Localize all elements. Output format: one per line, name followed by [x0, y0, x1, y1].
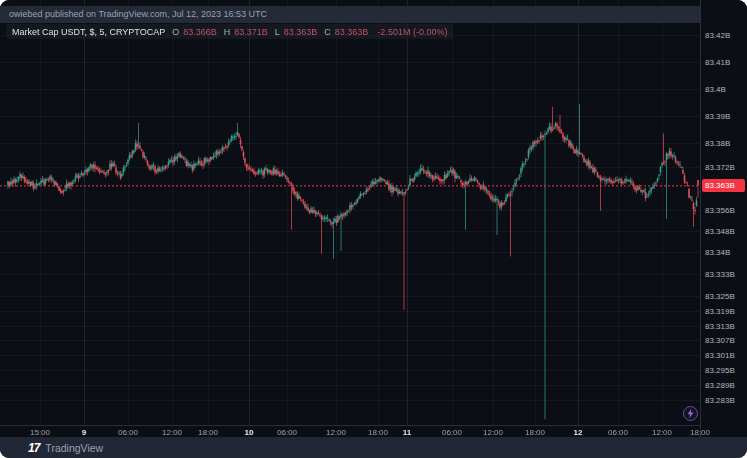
time-tick-label: 06:00 [277, 428, 297, 437]
time-tick-label: 11 [403, 428, 411, 437]
symbol-title[interactable]: Market Cap USDT, $, 5, CRYPTOCAP [12, 27, 165, 37]
price-axis[interactable]: 83.363B 83.42B83.41B83.4B83.39B83.38B83.… [700, 0, 747, 437]
time-tick-label: 06:00 [608, 428, 628, 437]
open-label: O [172, 27, 179, 37]
price-tick-label: 83.372B [705, 163, 735, 172]
price-tick-label: 83.4B [705, 85, 726, 94]
lightning-icon [687, 409, 694, 418]
boost-button[interactable] [683, 406, 698, 421]
time-tick-label: 18:00 [690, 428, 710, 437]
time-axis[interactable]: 15:00906:0012:0018:001006:0012:0018:0011… [0, 425, 700, 437]
high-label: H [224, 27, 231, 37]
open-value: 83.366B [183, 27, 217, 37]
price-tick-label: 83.295B [705, 366, 735, 375]
tradingview-brand-link[interactable]: TradingView [45, 442, 103, 454]
candlestick-chart-canvas[interactable] [0, 0, 700, 425]
time-tick-label: 10 [245, 428, 254, 437]
low-value: 83.363B [284, 27, 318, 37]
high-value: 83.371B [234, 27, 268, 37]
price-tick-label: 83.41B [705, 58, 730, 67]
price-tick-label: 83.283B [705, 396, 735, 405]
attribution-text: owiebed published on TradingView.com, Ju… [9, 9, 267, 19]
price-tick-label: 83.307B [705, 336, 735, 345]
time-tick-label: 12:00 [652, 428, 672, 437]
price-tick-label: 83.319B [705, 307, 735, 316]
chart-pane[interactable]: Market Cap USDT, $, 5, CRYPTOCAP O 83.36… [0, 0, 700, 425]
time-tick-label: 18:00 [525, 428, 545, 437]
price-tick-label: 83.39B [705, 112, 730, 121]
price-tick-label: 83.313B [705, 322, 735, 331]
tradingview-logo-icon[interactable]: 17 [28, 441, 39, 455]
time-tick-label: 06:00 [118, 428, 138, 437]
chart-legend[interactable]: Market Cap USDT, $, 5, CRYPTOCAP O 83.36… [6, 24, 453, 39]
price-tick-label: 83.289B [705, 381, 735, 390]
time-tick-label: 18:00 [368, 428, 388, 437]
time-tick-label: 12 [574, 428, 583, 437]
price-tick-label: 83.356B [705, 206, 735, 215]
time-tick-label: 12:00 [162, 428, 182, 437]
price-tick-label: 83.325B [705, 292, 735, 301]
change-value: -2.501M (-0.00%) [377, 27, 447, 37]
tradingview-snapshot-card: Market Cap USDT, $, 5, CRYPTOCAP O 83.36… [0, 0, 747, 458]
time-tick-label: 18:00 [198, 428, 218, 437]
close-label: C [324, 27, 331, 37]
footer-bar: 17 TradingView [0, 437, 747, 458]
time-tick-label: 12:00 [483, 428, 503, 437]
time-tick-label: 06:00 [442, 428, 462, 437]
time-tick-label: 15:00 [30, 428, 50, 437]
current-price-badge: 83.363B [702, 179, 745, 192]
low-label: L [275, 27, 280, 37]
attribution-bar: owiebed published on TradingView.com, Ju… [0, 6, 702, 23]
price-tick-label: 83.333B [705, 270, 735, 279]
time-tick-label: 12:00 [326, 428, 346, 437]
price-tick-label: 83.301B [705, 351, 735, 360]
price-tick-label: 83.42B [705, 31, 730, 40]
price-tick-label: 83.38B [705, 139, 730, 148]
price-tick-label: 83.34B [705, 248, 730, 257]
close-value: 83.363B [335, 27, 369, 37]
time-tick-label: 9 [82, 428, 86, 437]
price-tick-label: 83.348B [705, 227, 735, 236]
